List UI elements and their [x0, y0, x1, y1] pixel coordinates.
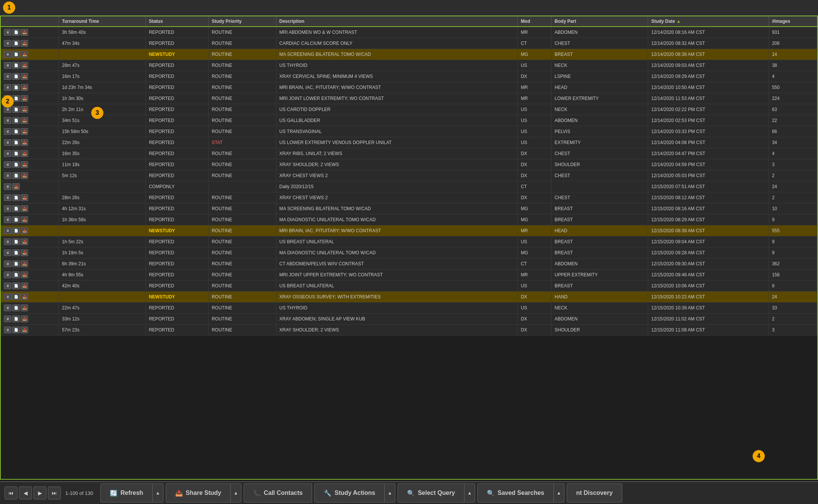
send-icon[interactable]: 📤 — [21, 194, 28, 201]
table-row[interactable]: 🖥 📄 📤 1d 23h 7m 34sREPORTEDROUTINEMRI BR… — [1, 82, 817, 93]
table-row[interactable]: 🖥 📄 📤 6h 39m 21sREPORTEDROUTINECT ABDOME… — [1, 258, 817, 269]
view-icon[interactable]: 🖥 — [4, 249, 11, 256]
view-icon[interactable]: 🖥 — [4, 84, 11, 91]
table-row[interactable]: 🖥 📄 📤 4h 12m 31sREPORTEDROUTINEMA SCREEN… — [1, 203, 817, 214]
view-icon[interactable]: 🖥 — [4, 326, 11, 333]
doc-icon[interactable]: 📄 — [12, 172, 20, 179]
view-icon[interactable]: 🖥 — [4, 194, 11, 201]
study-actions-button[interactable]: 🔧 Study Actions — [314, 483, 385, 502]
table-row[interactable]: 🖥 📄 📤 15h 58m 50sREPORTEDROUTINEUS TRANS… — [1, 126, 817, 137]
col-header-images[interactable]: #Images — [769, 16, 817, 27]
nav-prev-button[interactable]: ◀ — [19, 487, 32, 499]
share-study-button[interactable]: 📤 Share Study — [166, 483, 231, 502]
table-row[interactable]: 🖥 📄 📤 1h 3m 30sREPORTEDROUTINEMRI JOINT … — [1, 93, 817, 104]
view-icon[interactable]: 🖥 — [4, 216, 11, 223]
table-row[interactable]: 🖥 📄 📤 NEWSTUDYROUTINEXRAY OSSEOUS SURVEY… — [1, 292, 817, 303]
view-icon[interactable]: 🖥 — [4, 293, 11, 300]
doc-icon[interactable]: 📄 — [12, 282, 20, 289]
send-icon[interactable]: 📤 — [21, 293, 28, 300]
send-icon[interactable]: 📤 — [21, 326, 28, 333]
table-row[interactable]: 🖥 📄 📤 4h 9m 55sREPORTEDROUTINEMRI JOINT … — [1, 269, 817, 281]
send-icon[interactable]: 📤 — [21, 128, 28, 135]
doc-icon[interactable]: 📄 — [12, 227, 20, 234]
view-icon[interactable]: 🖥 — [4, 282, 11, 289]
send-icon[interactable]: 📤 — [21, 29, 28, 36]
doc-icon[interactable]: 📄 — [12, 40, 20, 47]
view-icon[interactable]: 🖥 — [4, 40, 11, 47]
view-icon[interactable]: 🖥 — [4, 150, 11, 157]
view-icon[interactable]: 🖥 — [4, 183, 11, 190]
table-row[interactable]: 🖥 📄 📤 1h 19m 5sREPORTEDROUTINEMA DIAGNOS… — [1, 247, 817, 258]
doc-icon[interactable]: 📄 — [12, 117, 20, 124]
col-header-turnaround[interactable]: Turnaround Time — [59, 16, 146, 27]
doc-icon[interactable]: 📄 — [12, 260, 20, 267]
doc-icon[interactable]: 📄 — [12, 128, 20, 135]
table-row[interactable]: 🖥 📄 📤 11m 19sREPORTEDROUTINEXRAY SHOULDE… — [1, 159, 817, 170]
view-icon[interactable]: 🖥 — [4, 271, 11, 278]
col-header-priority[interactable]: Study Priority — [208, 16, 276, 27]
doc-icon[interactable]: 📄 — [12, 304, 20, 311]
doc-icon[interactable]: 📄 — [12, 216, 20, 223]
send-icon[interactable]: 📤 — [21, 150, 28, 157]
study-actions-arrow[interactable]: ▲ — [385, 483, 395, 502]
doc-icon[interactable]: 📄 — [12, 249, 20, 256]
col-header-bodypart[interactable]: Body Part — [552, 16, 648, 27]
table-row[interactable]: 🖥 📄 📤 1h 5m 22sREPORTEDROUTINEUS BREAST … — [1, 236, 817, 247]
view-icon[interactable]: 🖥 — [4, 117, 11, 124]
call-contacts-button[interactable]: 📞 Call Contacts — [244, 483, 312, 502]
table-row[interactable]: 🖥 📄 📤 NEWSTUDYROUTINEMRI BRAIN, IAC, PIT… — [1, 225, 817, 236]
table-row[interactable]: 🖥 📄 📤 16m 35sREPORTEDROUTINEXRAY RIBS, U… — [1, 148, 817, 159]
view-icon[interactable]: 🖥 — [4, 260, 11, 267]
doc-icon[interactable]: 📄 — [12, 139, 20, 146]
send-icon[interactable]: 📤 — [21, 172, 28, 179]
send-icon[interactable]: 📤 — [21, 216, 28, 223]
table-row[interactable]: 🖥 📄 📤 5m 12sREPORTEDROUTINEXRAY CHEST VI… — [1, 170, 817, 181]
saved-searches-arrow[interactable]: ▲ — [554, 483, 564, 502]
view-icon[interactable]: 🖥 — [4, 73, 11, 80]
table-row[interactable]: 🖥 📄 📤 3h 58m 40sREPORTEDROUTINEMRI ABDOM… — [1, 27, 817, 38]
nav-first-button[interactable]: ⏮ — [5, 487, 17, 499]
send-icon[interactable]: 📤 — [21, 106, 28, 113]
doc-icon[interactable]: 📄 — [12, 73, 20, 80]
view-icon[interactable]: 🖥 — [4, 62, 11, 69]
send-icon[interactable]: 📤 — [21, 51, 28, 58]
send-icon[interactable]: 📤 — [21, 84, 28, 91]
doc-icon[interactable]: 📄 — [12, 84, 20, 91]
send-icon[interactable]: 📤 — [21, 95, 28, 102]
col-header-mod[interactable]: Mod — [518, 16, 552, 27]
send-icon[interactable]: 📤 — [21, 161, 28, 168]
view-icon[interactable]: 🖥 — [4, 205, 11, 212]
nav-last-button[interactable]: ⏭ — [48, 487, 61, 499]
send-icon[interactable]: 📤 — [21, 282, 28, 289]
view-icon[interactable]: 🖥 — [4, 128, 11, 135]
saved-searches-button[interactable]: 🔍 Saved Searches — [477, 483, 554, 502]
table-row[interactable]: 🖥 📄 📤 22m 26sREPORTEDSTATUS LOWER EXTREM… — [1, 137, 817, 148]
doc-icon[interactable]: 📄 — [12, 150, 20, 157]
table-row[interactable]: 🖥 📄 📤 34m 51sREPORTEDROUTINEUS GALLBLADD… — [1, 115, 817, 126]
view-icon[interactable]: 🖥 — [4, 304, 11, 311]
doc-icon[interactable]: 📄 — [12, 293, 20, 300]
view-icon[interactable]: 🖥 — [4, 172, 11, 179]
doc-icon[interactable]: 📄 — [12, 51, 20, 58]
view-icon[interactable]: 🖥 — [4, 315, 11, 322]
share-study-arrow[interactable]: ▲ — [231, 483, 241, 502]
view-icon[interactable]: 🖥 — [4, 238, 11, 245]
col-header-status[interactable]: Status — [146, 16, 208, 27]
send-icon[interactable]: 📤 — [21, 249, 28, 256]
doc-icon[interactable]: 📄 — [12, 62, 20, 69]
table-row[interactable]: 🖥 📄 📤 28m 47sREPORTEDROUTINEUS THYROIDUS… — [1, 60, 817, 71]
send-icon[interactable]: 📤 — [21, 227, 28, 234]
discovery-button[interactable]: nt Discovery — [567, 483, 622, 502]
doc-icon[interactable]: 📄 — [12, 326, 20, 333]
table-row[interactable]: 🖥 📄 📤 1h 36m 58sREPORTEDROUTINEMA DIAGNO… — [1, 214, 817, 225]
doc-icon[interactable]: 📄 — [12, 106, 20, 113]
table-row[interactable]: 🖥 📄 📤 47m 34sREPORTEDROUTINECARDIAC CALC… — [1, 38, 817, 49]
send-icon[interactable]: 📤 — [21, 315, 28, 322]
table-row[interactable]: 🖥 📄 📤 22m 47sREPORTEDROUTINEUS THYROIDUS… — [1, 303, 817, 314]
view-icon[interactable]: 🖥 — [4, 139, 11, 146]
send-icon[interactable]: 📤 — [21, 260, 28, 267]
select-query-arrow[interactable]: ▲ — [464, 483, 475, 502]
doc-icon[interactable]: 📄 — [12, 194, 20, 201]
send-icon[interactable]: 📤 — [12, 183, 20, 190]
table-row[interactable]: 🖥 📄 📤 42m 40sREPORTEDROUTINEUS BREAST UN… — [1, 281, 817, 292]
